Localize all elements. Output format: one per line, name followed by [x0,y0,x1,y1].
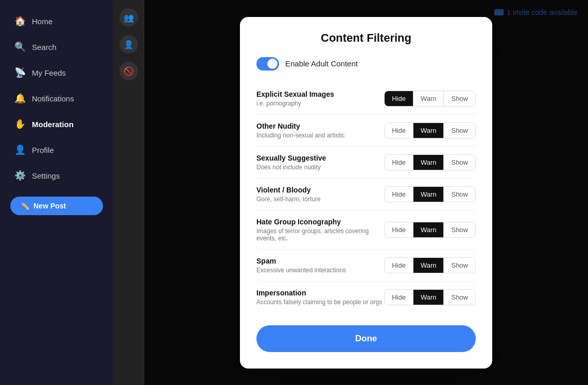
filter-row-spam: Spam Excessive unwanted interactions Hid… [256,250,476,282]
btn-warn-suggestive[interactable]: Warn [413,155,444,170]
btn-show-impersonation[interactable]: Show [443,290,475,305]
btn-show-hate[interactable]: Show [443,222,475,237]
filter-name-explicit: Explicit Sexual Images [256,90,384,98]
sidebar-item-moderation[interactable]: ✋ Moderation [4,112,109,136]
side-icon-1[interactable]: 👥 [119,8,138,27]
new-post-button[interactable]: ✏️ New Post [10,197,103,215]
filter-info-violent: Violent / Bloody Gore, self-harm, tortur… [256,186,384,203]
sidebar-label-profile: Profile [32,146,54,154]
main-content: 1 invite code available Content Filterin… [144,0,588,385]
sidebar-label-myfeeds: My Feeds [32,68,66,77]
filter-name-spam: Spam [256,257,384,265]
secondary-sidebar: 👥 👤 🚫 [113,0,144,385]
btn-hide-nudity[interactable]: Hide [385,123,413,138]
filter-desc-violent: Gore, self-harm, torture [256,196,384,203]
profile-icon: 👤 [14,144,26,155]
done-button[interactable]: Done [256,325,476,352]
filter-row-nudity: Other Nudity Including non-sexual and ar… [256,115,476,147]
filter-row-explicit: Explicit Sexual Images i.e. pornography … [256,83,476,115]
notifications-icon: 🔔 [14,93,26,104]
btn-group-hate: Hide Warn Show [384,222,476,238]
btn-show-nudity[interactable]: Show [443,123,475,138]
btn-group-nudity: Hide Warn Show [384,122,476,138]
filter-row-suggestive: Sexually Suggestive Does not include nud… [256,147,476,179]
home-icon: 🏠 [14,15,26,27]
new-post-icon: ✏️ [21,202,29,210]
filter-info-nudity: Other Nudity Including non-sexual and ar… [256,122,384,139]
btn-hide-explicit[interactable]: Hide [385,91,413,106]
btn-warn-nudity[interactable]: Warn [413,123,444,138]
filter-desc-explicit: i.e. pornography [256,100,384,107]
filter-rows-container: Explicit Sexual Images i.e. pornography … [256,83,476,313]
btn-warn-explicit[interactable]: Warn [413,91,444,106]
filter-name-violent: Violent / Bloody [256,186,384,194]
filter-name-suggestive: Sexually Suggestive [256,154,384,162]
filter-name-impersonation: Impersonation [256,289,384,297]
filter-name-hate: Hate Group Iconography [256,218,384,226]
btn-warn-violent[interactable]: Warn [413,187,444,202]
sidebar-item-profile[interactable]: 👤 Profile [4,138,109,162]
adult-content-toggle[interactable] [256,57,279,71]
sidebar-item-settings[interactable]: ⚙️ Settings [4,164,109,187]
sidebar: 🏠 Home 🔍 Search 📡 My Feeds 🔔 Notificatio… [0,0,113,385]
settings-icon: ⚙️ [14,170,26,181]
sidebar-label-home: Home [32,17,53,26]
filter-row-violent: Violent / Bloody Gore, self-harm, tortur… [256,179,476,211]
search-icon: 🔍 [14,41,26,52]
filter-info-suggestive: Sexually Suggestive Does not include nud… [256,154,384,171]
side-icon-2[interactable]: 👤 [119,35,138,54]
sidebar-label-search: Search [32,43,57,51]
sidebar-item-notifications[interactable]: 🔔 Notifications [4,86,109,110]
btn-show-suggestive[interactable]: Show [443,155,475,170]
filter-info-hate: Hate Group Iconography Images of terror … [256,218,384,242]
toggle-label: Enable Adult Content [285,59,358,68]
filter-desc-suggestive: Does not include nudity [256,164,384,171]
filter-desc-hate: Images of terror groups, articles coveri… [256,227,384,242]
btn-hide-impersonation[interactable]: Hide [385,290,413,305]
sidebar-item-myfeeds[interactable]: 📡 My Feeds [4,61,109,84]
btn-group-impersonation: Hide Warn Show [384,289,476,305]
filter-name-nudity: Other Nudity [256,122,384,130]
filter-desc-spam: Excessive unwanted interactions [256,267,384,274]
adult-content-toggle-row: Enable Adult Content [256,57,476,71]
modal-title: Content Filtering [256,31,476,45]
filter-desc-nudity: Including non-sexual and artistic [256,132,384,139]
filter-info-impersonation: Impersonation Accounts falsely claiming … [256,289,384,306]
filter-row-hate: Hate Group Iconography Images of terror … [256,211,476,250]
btn-warn-spam[interactable]: Warn [413,258,444,273]
btn-group-violent: Hide Warn Show [384,186,476,202]
btn-group-spam: Hide Warn Show [384,257,476,273]
filter-info-spam: Spam Excessive unwanted interactions [256,257,384,274]
sidebar-label-settings: Settings [32,171,60,180]
side-icon-3[interactable]: 🚫 [119,62,138,80]
modal-backdrop: Content Filtering Enable Adult Content E… [144,0,588,385]
sidebar-label-moderation: Moderation [32,120,74,129]
sidebar-item-search[interactable]: 🔍 Search [4,35,109,59]
btn-hide-suggestive[interactable]: Hide [385,155,413,170]
feeds-icon: 📡 [14,67,26,78]
btn-warn-impersonation[interactable]: Warn [413,290,444,305]
sidebar-item-home[interactable]: 🏠 Home [4,9,109,33]
toggle-knob [267,59,278,69]
btn-show-spam[interactable]: Show [443,258,475,273]
filter-info-explicit: Explicit Sexual Images i.e. pornography [256,90,384,107]
btn-group-suggestive: Hide Warn Show [384,154,476,170]
btn-hide-spam[interactable]: Hide [385,258,413,273]
btn-show-explicit[interactable]: Show [443,91,475,106]
btn-warn-hate[interactable]: Warn [413,222,444,237]
btn-show-violent[interactable]: Show [443,187,475,202]
filter-row-impersonation: Impersonation Accounts falsely claiming … [256,282,476,313]
btn-hide-hate[interactable]: Hide [385,222,413,237]
content-filtering-modal: Content Filtering Enable Adult Content E… [240,17,492,369]
new-post-label: New Post [33,202,66,210]
btn-hide-violent[interactable]: Hide [385,187,413,202]
filter-desc-impersonation: Accounts falsely claiming to be people o… [256,299,384,306]
sidebar-label-notifications: Notifications [32,94,74,103]
moderation-icon: ✋ [14,118,26,130]
btn-group-explicit: Hide Warn Show [384,91,476,107]
